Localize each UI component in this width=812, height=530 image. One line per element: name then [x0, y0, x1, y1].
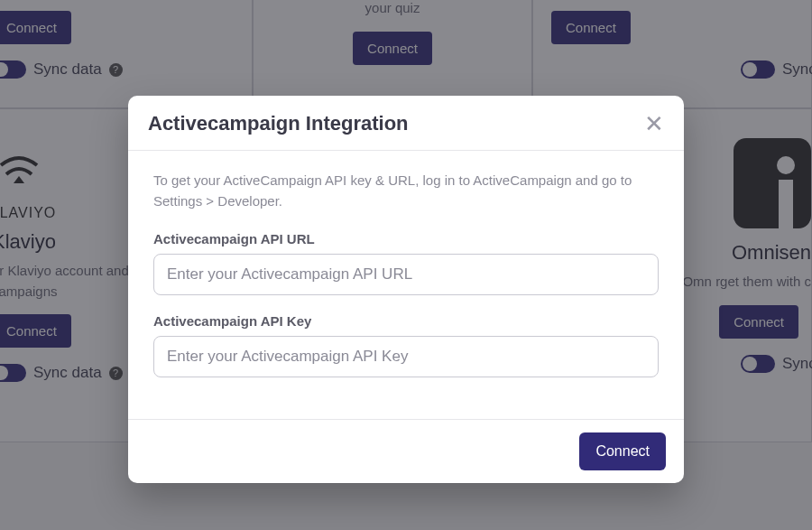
- modal-overlay[interactable]: Activecampaign Integration ✕ To get your…: [0, 0, 812, 530]
- modal-header: Activecampaign Integration ✕: [128, 96, 684, 151]
- api-key-input[interactable]: [153, 336, 659, 377]
- api-url-input[interactable]: [153, 254, 659, 295]
- activecampaign-modal: Activecampaign Integration ✕ To get your…: [128, 96, 684, 483]
- modal-body: To get your ActiveCampaign API key & URL…: [128, 151, 684, 419]
- api-key-label: Activecampaign API Key: [153, 313, 659, 329]
- modal-connect-button[interactable]: Connect: [579, 432, 666, 470]
- modal-hint: To get your ActiveCampaign API key & URL…: [153, 171, 659, 211]
- close-icon[interactable]: ✕: [644, 112, 664, 135]
- api-url-label: Activecampaign API URL: [153, 231, 659, 246]
- modal-footer: Connect: [128, 419, 684, 483]
- modal-title: Activecampaign Integration: [148, 112, 409, 135]
